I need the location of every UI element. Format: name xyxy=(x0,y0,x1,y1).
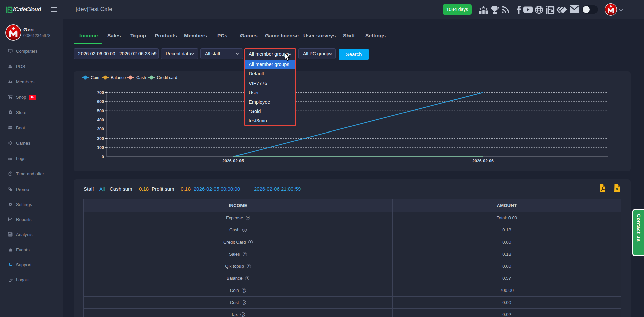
svg-text:0: 0 xyxy=(102,155,104,159)
svg-text:Cash: Cash xyxy=(136,75,146,80)
svg-text:Credit card: Credit card xyxy=(157,75,177,80)
svg-text:100: 100 xyxy=(97,145,104,150)
svg-text:500: 500 xyxy=(97,109,104,113)
svg-text:700: 700 xyxy=(97,90,104,95)
svg-text:Coin: Coin xyxy=(91,75,99,80)
svg-text:400: 400 xyxy=(97,118,104,122)
svg-text:2026-02-06: 2026-02-06 xyxy=(472,159,494,163)
svg-text:X: X xyxy=(615,187,618,191)
svg-text:200: 200 xyxy=(97,136,104,141)
svg-text:Balance: Balance xyxy=(111,75,126,80)
svg-text:300: 300 xyxy=(97,127,104,131)
svg-text:600: 600 xyxy=(97,99,104,104)
svg-text:2026-02-05: 2026-02-05 xyxy=(222,159,244,163)
